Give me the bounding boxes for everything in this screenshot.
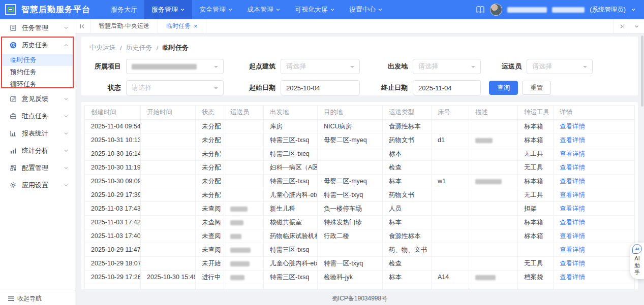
sidebar-subitem-reserved-tasks[interactable]: 预约任务: [1, 66, 74, 78]
history-clock-icon: [9, 42, 17, 49]
sidebar-item-report-stats[interactable]: 报表统计: [0, 125, 75, 142]
column-header: 目的地: [318, 106, 383, 120]
table-cell: 检查: [383, 161, 432, 175]
view-detail-link[interactable]: 查看详情: [560, 274, 585, 281]
tab-close-icon[interactable]: ×: [194, 23, 198, 29]
report-chart-icon: [9, 130, 17, 137]
table-cell: 库房: [264, 120, 318, 133]
search-button[interactable]: 查询: [489, 81, 518, 95]
view-detail-link[interactable]: 查看详情: [560, 191, 585, 198]
table-cell: [141, 133, 196, 147]
user-avatar[interactable]: [490, 4, 502, 16]
collapse-nav-button[interactable]: 收起导航: [0, 292, 75, 305]
user-role-label[interactable]: (系统管理员): [590, 6, 626, 14]
collapse-menu-icon: [8, 296, 14, 301]
redacted-text: [230, 234, 241, 239]
view-detail-link[interactable]: 查看详情: [560, 137, 585, 144]
reset-button[interactable]: 重置: [522, 81, 551, 95]
view-detail-link[interactable]: 查看详情: [560, 205, 585, 212]
table-cell: d1: [432, 133, 469, 147]
tab-temporary-tasks[interactable]: 临时任务×: [158, 19, 206, 33]
chevron-down-icon: [64, 131, 69, 136]
sidebar-item-history-tasks[interactable]: 历史任务: [0, 37, 75, 54]
sidebar-subitem-recurring-tasks[interactable]: 循环任务: [1, 78, 74, 90]
nav-item-cost-mgmt[interactable]: 成本管理: [240, 0, 288, 19]
nav-item-safety-mgmt[interactable]: 安全管理: [192, 0, 240, 19]
start-date-input[interactable]: 2025-10-04: [281, 80, 360, 95]
view-detail-link[interactable]: 查看详情: [560, 260, 585, 267]
table-row: 2025-11-03 17:42:05未查阅核磁共振室特殊发热门诊标本标本箱查看…: [85, 216, 635, 229]
scroll-tabs-right-icon[interactable]: [614, 19, 629, 33]
view-detail-link[interactable]: 查看详情: [560, 178, 585, 185]
table-cell: [469, 120, 518, 133]
table-cell: 查看详情: [554, 188, 635, 202]
start-building-select[interactable]: 请选择: [281, 59, 360, 74]
table-cell: 未分配: [196, 188, 224, 202]
table-cell: 特需二区-txeq: [264, 147, 318, 161]
chevron-down-icon: [64, 165, 69, 171]
vertical-scrollbar[interactable]: [641, 36, 643, 107]
view-detail-link[interactable]: 查看详情: [560, 219, 585, 226]
breadcrumb-item[interactable]: 中央运送: [89, 43, 116, 52]
table-cell: [432, 257, 469, 270]
origin-label: 出发地: [372, 62, 408, 71]
origin-select[interactable]: 请选择: [413, 59, 481, 74]
breadcrumb-item[interactable]: 历史任务: [126, 43, 152, 52]
table-cell: [141, 188, 196, 202]
handbook-icon[interactable]: [476, 6, 485, 13]
status-select[interactable]: 请选择: [126, 80, 224, 95]
table-cell: 2025-10-29 17:39:39: [85, 188, 141, 202]
table-cell: 儿童心脏内科-etxznk: [264, 257, 318, 270]
chevron-down-icon[interactable]: [631, 7, 636, 12]
view-detail-link[interactable]: 查看详情: [560, 123, 585, 130]
table-cell: 2025-10-30 15:49:08: [141, 270, 196, 284]
icp-license: 蜀ICP备19034998号: [332, 294, 387, 303]
tasks-table: 创建时间开始时间状态运送员出发地目的地运送类型床号描述转运工具详情 2025-1…: [84, 105, 635, 289]
sidebar-item-station-tasks[interactable]: 驻点任务: [0, 108, 75, 125]
view-detail-link[interactable]: 查看详情: [560, 246, 585, 253]
tasks-table-panel: 创建时间开始时间状态运送员出发地目的地运送类型床号描述转运工具详情 2025-1…: [81, 102, 638, 289]
table-cell: [224, 270, 264, 284]
view-detail-link[interactable]: 查看详情: [560, 150, 585, 157]
end-date-input[interactable]: 2025-11-04: [413, 80, 481, 95]
nav-item-service-mgmt[interactable]: 服务管理: [144, 0, 192, 19]
table-cell: 母婴二区-myeq: [318, 133, 383, 147]
table-cell: 查看详情: [554, 147, 635, 161]
breadcrumb-current: 临时任务: [162, 43, 189, 52]
table-row: 2025-10-30 11:19:43未分配妇科一病区（A区)-fkebq检查无…: [85, 161, 635, 175]
courier-select[interactable]: 请选择: [527, 59, 593, 74]
sidebar-subitem-temporary-tasks[interactable]: 临时任务: [1, 54, 73, 66]
nav-item-settings-center[interactable]: 设置中心: [342, 0, 390, 19]
table-cell: 未分配: [196, 133, 224, 147]
table-cell: [224, 175, 264, 188]
chevron-down-icon: [228, 7, 233, 12]
tab-central-transport[interactable]: 智慧后勤-中央运送: [90, 19, 158, 33]
table-cell: 2025-11-03 17:42:05: [85, 216, 141, 229]
project-select[interactable]: [126, 59, 224, 74]
sidebar-item-app-settings[interactable]: 应用设置: [0, 177, 75, 194]
view-detail-link[interactable]: 查看详情: [560, 164, 585, 171]
table-cell: 特需一区-txyq: [318, 188, 383, 202]
table-cell: 无工具: [518, 161, 554, 175]
sidebar-item-config-mgmt[interactable]: 配置管理: [0, 159, 75, 177]
tasks-icon: [9, 24, 17, 31]
nav-item-service-hall[interactable]: 服务大厅: [104, 0, 144, 19]
sidebar-item-task-mgmt[interactable]: 任务管理: [0, 19, 75, 37]
scroll-tabs-left-icon[interactable]: [75, 19, 90, 33]
table-cell: 查看详情: [554, 161, 635, 175]
ai-assistant-button[interactable]: AI AI 助 手: [630, 243, 644, 279]
column-header: 出发地: [264, 106, 318, 120]
sidebar-item-stat-analysis[interactable]: 统计分析: [0, 142, 75, 159]
start-building-label: 起点建筑: [236, 62, 275, 71]
table-cell: [141, 161, 196, 175]
view-detail-link[interactable]: 查看详情: [560, 232, 585, 240]
table-body: 2025-11-04 09:54:38未分配库房NICU病房食源性标本标本箱查看…: [85, 120, 635, 290]
table-cell: [469, 175, 518, 188]
sidebar-item-feedback[interactable]: 意见反馈: [0, 90, 75, 108]
nav-item-dashboard[interactable]: 可视化大屏: [288, 0, 342, 19]
column-header: 状态: [196, 106, 224, 120]
table-cell: 行政二楼: [318, 229, 383, 243]
table-cell: 2025-10-29 11:47:57: [85, 243, 141, 257]
table-cell: A14: [432, 270, 469, 284]
tab-menu-chevron-icon[interactable]: [629, 19, 644, 33]
